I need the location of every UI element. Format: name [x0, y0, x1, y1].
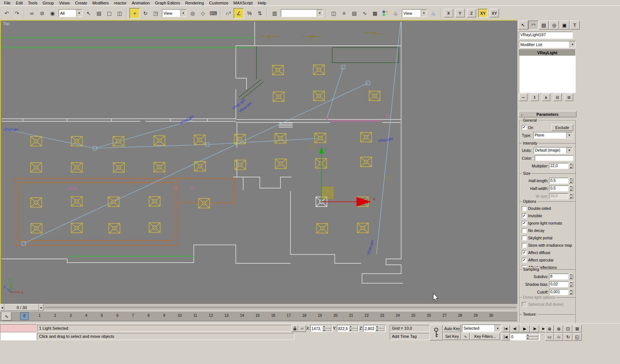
vray-light[interactable] [154, 162, 165, 172]
value-field[interactable]: 0,001 [549, 289, 568, 295]
trackbar-frame-17[interactable]: 17 [284, 313, 293, 318]
menu-item-graph-editors[interactable]: Graph Editors [152, 0, 183, 6]
current-frame-field[interactable]: 0 [510, 333, 540, 340]
viewport-canvas[interactable]: VRayLightVRayLightVRayLightVRayLightVRay… [1, 21, 517, 303]
open-mini-curve-editor-button[interactable]: ∿ [2, 312, 11, 320]
select-and-rotate-icon[interactable]: ↻ [141, 8, 150, 18]
zoom-region-icon[interactable]: ▭ [545, 333, 554, 341]
set-key-button[interactable]: Set Key [443, 332, 461, 340]
auto-key-button[interactable]: Auto Key [443, 325, 461, 332]
vray-light[interactable] [313, 65, 324, 74]
spinner-buttons[interactable] [321, 326, 332, 331]
vray-light[interactable] [313, 91, 324, 101]
snaps-toggle-icon[interactable]: ∩³ [223, 8, 233, 18]
trackbar-frame-26[interactable]: 26 [424, 313, 433, 318]
mirror-icon[interactable]: ◫ [329, 8, 338, 18]
vray-light[interactable] [234, 134, 245, 144]
object-name-field[interactable]: VRayLight197 [519, 32, 573, 39]
trackbar-frame-19[interactable]: 19 [316, 313, 324, 318]
unlink-selection-icon[interactable]: ⊘ [37, 8, 47, 18]
gizmo-y-arrow-icon[interactable] [319, 147, 324, 153]
vray-light[interactable] [109, 223, 120, 233]
chevron-down-icon[interactable]: ▾ [317, 10, 323, 17]
trackbar-frame-18[interactable]: 18 [300, 313, 309, 318]
vray-light[interactable] [235, 160, 246, 170]
spinner-buttons[interactable] [569, 193, 573, 199]
maxscript-mini-listener-input[interactable] [0, 332, 37, 340]
time-slider[interactable]: ◂ 0 / 30 ▸ [0, 304, 517, 311]
key-filters-button[interactable]: Key Filters... [470, 333, 500, 340]
spinner-buttons[interactable] [375, 326, 385, 331]
add-time-tag-button[interactable]: Add Time Tag [390, 333, 431, 340]
chevron-down-icon[interactable]: ▾ [421, 10, 427, 17]
select-and-move-icon[interactable]: + [130, 8, 140, 18]
select-and-scale-icon[interactable]: ◳ [151, 8, 161, 18]
menu-item-animation[interactable]: Animation [129, 0, 152, 6]
chevron-down-icon[interactable]: ▾ [566, 148, 572, 153]
vray-light[interactable] [194, 162, 206, 171]
modifier-stack-item[interactable]: VRayLight [519, 50, 575, 56]
checkbox-spherical-full-dome[interactable]: Spherical (full dome) [520, 301, 575, 308]
trackbar-frame-14[interactable]: 14 [238, 313, 247, 318]
absolute-mode-toggle[interactable]: ▱ [298, 325, 306, 332]
spinner-buttons[interactable] [569, 178, 573, 183]
remove-modifier-icon[interactable]: ⊟ [553, 94, 562, 101]
viewport-label[interactable]: Top [3, 21, 10, 26]
material-editor-icon[interactable] [380, 8, 390, 18]
trackbar-frame-7[interactable]: 7 [128, 313, 137, 318]
spinner-buttons[interactable] [525, 334, 540, 340]
quick-render-icon[interactable]: ♨ [428, 8, 438, 18]
zoom-all-icon[interactable]: ⊛ [554, 325, 563, 333]
select-object-icon[interactable]: ↖ [84, 8, 93, 18]
vray-light[interactable] [315, 133, 326, 143]
trackbar-frame-21[interactable]: 21 [347, 313, 355, 318]
trackbar-frame-29[interactable]: 29 [471, 313, 480, 318]
key-mode-dropdown[interactable]: Selected ▾ [462, 325, 501, 332]
track-bar[interactable]: ∿ 01234567891011121314151617181920212223… [0, 311, 517, 321]
checkbox-ignore-light-normals[interactable]: Ignore light normals [520, 219, 575, 227]
next-frame-button[interactable]: |▶ [530, 325, 539, 332]
time-slider-handle[interactable]: 0 / 30 [4, 304, 39, 311]
chevron-down-icon[interactable]: ▾ [495, 325, 500, 332]
vray-light[interactable] [275, 134, 286, 143]
go-to-start-button[interactable]: |◀ [501, 325, 510, 332]
trackbar-frame-3[interactable]: 3 [66, 313, 75, 318]
checkbox-skylight-portal[interactable]: Skylight portal [520, 234, 575, 242]
light-color-swatch[interactable] [535, 155, 573, 161]
select-and-manipulate-icon[interactable]: ◇ [198, 8, 208, 18]
restrict-to-x-icon[interactable]: X [444, 9, 453, 17]
trackbar-frame-16[interactable]: 16 [269, 313, 278, 318]
menu-item-rendering[interactable]: Rendering [183, 0, 207, 6]
render-type-dropdown[interactable]: View▾ [402, 9, 427, 17]
checkbox-affect-specular[interactable]: Affect specular [520, 256, 575, 264]
vray-light[interactable] [273, 92, 284, 101]
configure-modifier-sets-icon[interactable]: ⊞ [565, 94, 573, 101]
checkbox-double-sided[interactable]: Double-sided [520, 205, 575, 212]
vray-light[interactable] [71, 163, 82, 172]
spinner-buttons[interactable] [348, 326, 359, 331]
align-icon[interactable]: ≡ [339, 8, 349, 18]
trackbar-frame-0[interactable]: 0 [20, 312, 29, 320]
named-selection-sets-dropdown[interactable]: ▾ [281, 9, 323, 17]
value-field[interactable]: 10,0 [549, 193, 568, 199]
trackbar-frame-10[interactable]: 10 [175, 313, 184, 318]
parameters-rollout-header[interactable]: - Parameters [519, 111, 576, 117]
arc-rotate-icon[interactable]: ↻ [564, 333, 572, 341]
keyboard-shortcut-override-icon[interactable]: ⌨ [209, 8, 218, 18]
previous-frame-button[interactable]: ◀| [510, 325, 519, 332]
spinner-buttons[interactable] [569, 289, 573, 295]
vray-light[interactable] [317, 223, 328, 233]
trackbar-frame-15[interactable]: 15 [253, 313, 262, 318]
vray-light[interactable] [71, 197, 82, 206]
use-pivot-point-center-icon[interactable]: ◎ [188, 8, 197, 18]
curve-editor-icon[interactable]: ∿ [360, 8, 369, 18]
edit-named-selection-sets-icon[interactable]: ▥ [270, 8, 279, 18]
angle-snap-toggle-icon[interactable]: ∠ [234, 8, 244, 18]
value-field[interactable]: 8 [549, 274, 568, 280]
play-button[interactable]: ▶ [520, 325, 530, 332]
vray-light[interactable] [149, 223, 160, 232]
zoom-extents-icon[interactable]: ⊡ [564, 325, 572, 333]
chevron-down-icon[interactable]: ▾ [76, 10, 82, 17]
modifier-stack[interactable]: VRayLight [519, 49, 576, 93]
chevron-down-icon[interactable]: ▾ [180, 10, 186, 17]
